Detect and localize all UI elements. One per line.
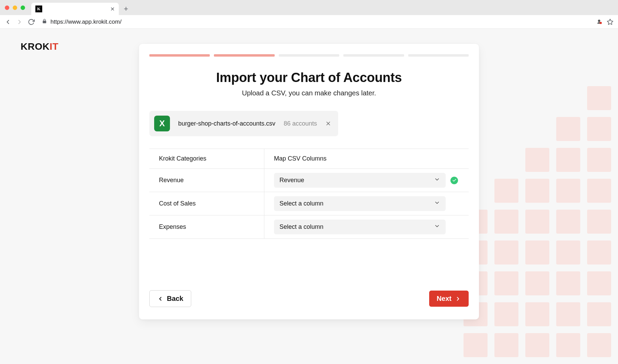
browser-tab-strip: K ✕ + bbox=[0, 0, 618, 15]
step-indicator bbox=[149, 54, 210, 57]
step-indicator bbox=[279, 54, 339, 57]
browser-tab[interactable]: K ✕ bbox=[31, 3, 119, 15]
excel-file-icon: X bbox=[154, 116, 170, 131]
header-categories: Krokit Categories bbox=[149, 149, 264, 168]
url-text: https://www.app.krokit.com/ bbox=[50, 19, 122, 25]
uploaded-file-chip: X burger-shop-charts-of-accounts.csv 86 … bbox=[149, 111, 338, 136]
page-subtitle: Upload a CSV, you can make changes later… bbox=[149, 89, 469, 97]
column-select[interactable]: Select a column bbox=[274, 196, 446, 211]
select-value: Revenue bbox=[279, 177, 304, 184]
step-indicator bbox=[214, 54, 274, 57]
reload-icon[interactable] bbox=[27, 18, 35, 26]
browser-toolbar: https://www.app.krokit.com/ bbox=[0, 15, 618, 29]
chevron-down-icon bbox=[434, 200, 440, 208]
select-value: Select a column bbox=[279, 200, 323, 207]
window-maximize-icon[interactable] bbox=[21, 5, 25, 10]
window-close-icon[interactable] bbox=[5, 5, 9, 10]
window-controls bbox=[5, 0, 31, 15]
svg-marker-2 bbox=[607, 19, 613, 24]
back-button[interactable]: Back bbox=[149, 290, 191, 307]
table-row: Expenses Select a column bbox=[149, 215, 469, 239]
table-row: Revenue Revenue bbox=[149, 169, 469, 192]
new-tab-button[interactable]: + bbox=[121, 4, 131, 14]
brand-logo: KROKIT bbox=[21, 41, 58, 52]
svg-rect-1 bbox=[600, 22, 602, 24]
svg-point-0 bbox=[598, 20, 600, 22]
header-columns: Map CSV Columns bbox=[264, 149, 469, 168]
window-minimize-icon[interactable] bbox=[13, 5, 17, 10]
table-header-row: Krokit Categories Map CSV Columns bbox=[149, 149, 469, 169]
background-decoration bbox=[457, 79, 618, 364]
next-button[interactable]: Next bbox=[429, 291, 469, 307]
file-name: burger-shop-charts-of-accounts.csv bbox=[178, 120, 275, 127]
remove-file-button[interactable] bbox=[325, 120, 331, 127]
page-title: Import your Chart of Accounts bbox=[149, 70, 469, 85]
back-icon[interactable] bbox=[4, 18, 12, 26]
page-content: KROKIT Import your Chart of Accounts Upl… bbox=[0, 29, 618, 364]
progress-steps bbox=[149, 54, 469, 57]
column-select[interactable]: Select a column bbox=[274, 220, 446, 234]
chevron-down-icon bbox=[434, 176, 440, 184]
tab-close-icon[interactable]: ✕ bbox=[110, 6, 115, 12]
category-label: Revenue bbox=[159, 177, 184, 184]
step-indicator bbox=[343, 54, 404, 57]
next-button-label: Next bbox=[437, 295, 451, 303]
check-circle-icon bbox=[450, 177, 458, 184]
category-label: Expenses bbox=[159, 223, 186, 231]
wizard-actions: Back Next bbox=[149, 290, 469, 307]
wizard-card: Import your Chart of Accounts Upload a C… bbox=[139, 44, 479, 319]
file-account-count: 86 accounts bbox=[284, 120, 317, 127]
table-row: Cost of Sales Select a column bbox=[149, 192, 469, 215]
category-label: Cost of Sales bbox=[159, 200, 196, 207]
forward-icon[interactable] bbox=[16, 18, 23, 26]
step-indicator bbox=[408, 54, 469, 57]
mapping-table: Krokit Categories Map CSV Columns Revenu… bbox=[149, 149, 469, 239]
file-icon-letter: X bbox=[159, 119, 165, 128]
star-icon[interactable] bbox=[606, 18, 614, 26]
chevron-down-icon bbox=[434, 223, 440, 231]
logo-accent: IT bbox=[49, 41, 58, 52]
favicon-icon: K bbox=[35, 5, 42, 12]
address-bar[interactable]: https://www.app.krokit.com/ bbox=[39, 19, 591, 25]
column-select[interactable]: Revenue bbox=[274, 173, 446, 188]
logo-text: KROK bbox=[21, 41, 49, 52]
lock-icon bbox=[42, 19, 47, 25]
back-button-label: Back bbox=[167, 295, 183, 303]
extension-icon[interactable] bbox=[595, 18, 603, 26]
select-value: Select a column bbox=[279, 223, 323, 231]
